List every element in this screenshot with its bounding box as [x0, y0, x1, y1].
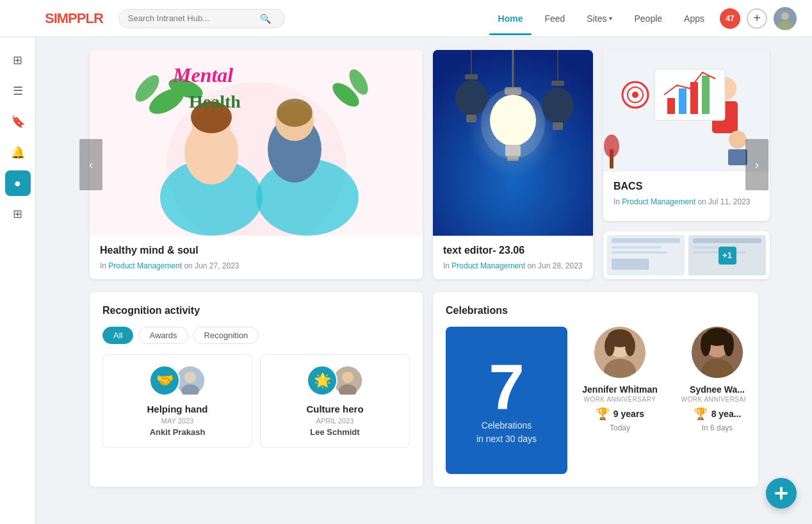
celeb-sydnee[interactable]: Sydnee Wa... WORK ANNIVERSARY 🏆 8 yea...…: [672, 327, 745, 474]
navbar: SIMPPLR 🔍 Home Feed Sites ▾ People Apps …: [0, 0, 812, 37]
carousel-prev-button[interactable]: ‹: [79, 139, 102, 190]
nav-apps[interactable]: Apps: [675, 8, 713, 29]
sidebar-icon-menu[interactable]: ☰: [5, 78, 31, 104]
user-avatar-nav[interactable]: [774, 7, 797, 30]
card-stack: BACS In Product Management on Jul 11, 20…: [603, 50, 770, 279]
card-text-editor-body: text editor- 23.06 In Product Management…: [433, 236, 593, 279]
card-text-editor-category[interactable]: Product Management: [451, 261, 525, 270]
svg-point-27: [481, 88, 545, 159]
plus-badge: +1: [719, 247, 736, 265]
culture-hero-badge: 🌟: [307, 365, 337, 396]
svg-point-50: [604, 135, 619, 158]
svg-rect-52: [612, 238, 680, 243]
recognition-card: Recognition activity All Awards Recognit…: [90, 292, 423, 487]
culture-hero-title: Culture hero: [271, 404, 399, 414]
helping-hand-title: Helping hand: [113, 404, 241, 414]
recognition-title: Recognition activity: [102, 305, 410, 316]
svg-point-17: [277, 99, 313, 127]
celebrations-subtitle: Celebrations in next 30 days: [476, 419, 537, 446]
card-mental-health-title: Healthy mind & soul: [100, 245, 412, 256]
jennifer-years-row: 🏆 9 years: [575, 407, 665, 421]
left-sidebar: ⊞ ☰ 🔖 🔔 ● ⊞: [0, 37, 36, 500]
celebrations-count: 7: [489, 355, 524, 419]
svg-rect-53: [612, 246, 662, 249]
jennifer-label: WORK ANNIVERSARY: [575, 396, 665, 403]
filter-all[interactable]: All: [102, 327, 133, 344]
svg-rect-54: [612, 251, 667, 254]
sidebar-icon-grid[interactable]: ⊞: [5, 201, 31, 227]
logo: SIMPPLR: [45, 10, 103, 27]
helping-hand-month: MAY 2023: [113, 417, 241, 425]
svg-point-30: [455, 80, 487, 116]
jennifer-years: 9 years: [613, 409, 644, 419]
helping-hand-person: Ankit Prakash: [113, 427, 241, 437]
sidebar-icon-bookmark[interactable]: 🔖: [5, 109, 31, 135]
svg-rect-57: [693, 238, 761, 243]
svg-point-77: [724, 333, 734, 356]
svg-rect-35: [553, 122, 563, 130]
svg-point-1: [781, 12, 789, 20]
nav-feed[interactable]: Feed: [535, 8, 574, 29]
svg-point-76: [701, 333, 711, 356]
sidebar-icon-home[interactable]: ⊞: [5, 47, 31, 73]
nav-actions: 47 +: [720, 7, 797, 30]
card-thumbnails-row: +1: [603, 231, 770, 279]
thumbnail-right[interactable]: +1: [688, 235, 766, 275]
carousel-next-button[interactable]: ›: [745, 139, 768, 190]
main-content: ‹ Mental Health: [36, 37, 812, 500]
celebrations-inner: 7 Celebrations in next 30 days: [446, 327, 745, 474]
nav-home[interactable]: Home: [489, 8, 532, 29]
svg-rect-31: [466, 115, 476, 122]
celebrations-title: Celebrations: [446, 305, 745, 316]
svg-rect-29: [465, 74, 478, 79]
card-text-editor-title: text editor- 23.06: [443, 245, 583, 256]
carousel-area: ‹ Mental Health: [90, 50, 758, 279]
celeb-jennifer[interactable]: Jennifer Whitman WORK ANNIVERSARY 🏆 9 ye…: [575, 327, 665, 474]
sydnee-label: WORK ANNIVERSARY: [672, 396, 745, 403]
svg-rect-41: [679, 88, 686, 114]
notification-badge[interactable]: 47: [720, 8, 740, 29]
svg-point-70: [605, 336, 615, 356]
filter-awards[interactable]: Awards: [138, 327, 188, 344]
nav-sites[interactable]: Sites ▾: [578, 8, 621, 29]
svg-rect-40: [667, 98, 675, 114]
sydnee-name: Sydnee Wa...: [672, 384, 745, 395]
thumbnail-left[interactable]: [607, 235, 685, 275]
recognition-item-culture-hero[interactable]: 🌟 Culture hero APRIL 2023 Lee Schmidt: [260, 354, 410, 448]
sydnee-date: In 6 days: [672, 423, 745, 432]
filter-recognition[interactable]: Recognition: [193, 327, 259, 344]
card-mental-health-category[interactable]: Product Management: [108, 261, 182, 270]
culture-hero-person: Lee Schmidt: [271, 427, 399, 437]
trophy-icon-sydnee: 🏆: [694, 407, 708, 421]
recognition-item-helping-hand[interactable]: 🤝 Helping hand MAY 2023 Ankit Prakash: [102, 354, 252, 448]
sydnee-years: 8 yea...: [711, 409, 742, 419]
svg-rect-48: [728, 149, 747, 165]
recognition-helping-hand-avatars: 🤝: [113, 365, 241, 396]
chevron-down-icon: ▾: [609, 15, 612, 22]
logo-text: SIMPPLR: [45, 10, 103, 26]
svg-point-71: [625, 336, 635, 356]
search-input[interactable]: [128, 13, 256, 23]
recognition-culture-hero-avatars: 🌟: [271, 365, 399, 396]
sidebar-icon-active[interactable]: ●: [5, 170, 31, 196]
card-bacs-category[interactable]: Product Management: [622, 197, 695, 206]
sidebar-icon-bell[interactable]: 🔔: [5, 140, 31, 165]
sydnee-avatar: [692, 327, 743, 378]
card-bacs[interactable]: BACS In Product Management on Jul 11, 20…: [603, 50, 770, 221]
svg-text:Health: Health: [189, 92, 241, 111]
card-text-editor[interactable]: text editor- 23.06 In Product Management…: [433, 50, 593, 279]
svg-point-64: [342, 372, 353, 383]
card-bacs-meta: In Product Management on Jul 11, 2023: [613, 197, 759, 206]
add-button[interactable]: +: [747, 8, 767, 29]
bottom-section: Recognition activity All Awards Recognit…: [90, 292, 758, 487]
card-mental-health-body: Healthy mind & soul In Product Managemen…: [90, 236, 423, 279]
search-bar[interactable]: 🔍: [118, 9, 285, 28]
card-mental-health[interactable]: Mental Health: [90, 50, 423, 279]
svg-point-46: [632, 92, 638, 98]
nav-people[interactable]: People: [625, 8, 671, 29]
culture-hero-month: APRIL 2023: [271, 417, 399, 425]
filter-tabs: All Awards Recognition: [102, 327, 410, 344]
sydnee-years-row: 🏆 8 yea...: [672, 407, 745, 421]
search-icon: 🔍: [260, 13, 271, 24]
svg-point-61: [184, 372, 196, 383]
